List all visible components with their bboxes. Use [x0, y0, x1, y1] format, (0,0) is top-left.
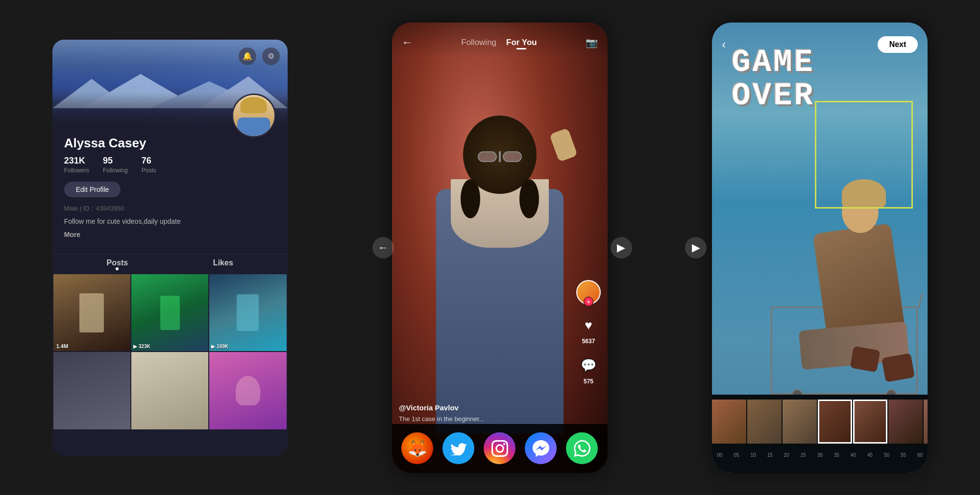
feed-avatar-button[interactable]: +: [576, 280, 601, 305]
ruler-mark-30: 30: [817, 452, 823, 458]
tab-likes[interactable]: Likes: [213, 259, 233, 270]
post-thumb-6[interactable]: [209, 352, 286, 429]
following-stat: 95 Following: [103, 156, 128, 174]
feed-top-nav: ← Following For You 📷: [392, 23, 608, 57]
ruler-mark-40: 40: [851, 452, 856, 458]
ruler-mark-50: 50: [884, 452, 889, 458]
settings-icon[interactable]: ⚙: [262, 47, 280, 65]
posts-value: 76: [142, 156, 151, 166]
comments-count: 575: [584, 378, 593, 385]
feed-caption: The 1st case in the beginner...: [399, 415, 573, 424]
comment-icon: 💬: [577, 354, 600, 377]
posts-section: Posts Likes 1.4M ▶ 323K ▶ 169K: [52, 254, 288, 429]
tab-following[interactable]: Following: [461, 38, 496, 47]
game-over-line2: OVER: [732, 80, 815, 112]
whatsapp-share-button[interactable]: [566, 432, 598, 464]
tab-for-you[interactable]: For You: [506, 38, 537, 47]
ruler-mark-00: 00: [717, 452, 722, 458]
feed-bottom-info: @Victoria Pavlov The 1st case in the beg…: [399, 403, 573, 424]
ruler-mark-10: 10: [750, 452, 756, 458]
editor-timeline: 00 05 10 15 20 25 30 35 40 45 50 55 60: [712, 395, 928, 473]
editor-back-button[interactable]: ‹: [722, 38, 726, 51]
profile-stats: 231K Followers 95 Following 76 Posts: [64, 156, 276, 174]
svg-marker-0: [52, 79, 131, 108]
timeline-thumb-7[interactable]: [924, 400, 928, 444]
ruler-mark-05: 05: [734, 452, 739, 458]
feed-tabs: Following For You: [461, 38, 537, 47]
comment-button[interactable]: 💬 575: [577, 354, 600, 385]
more-button[interactable]: More: [64, 231, 80, 238]
following-value: 95: [103, 156, 113, 166]
timeline-thumb-1[interactable]: [712, 400, 746, 444]
timeline-thumb-6[interactable]: [888, 400, 923, 444]
likes-count: 5637: [582, 338, 595, 345]
editor-selection-box: [815, 101, 913, 209]
notification-icon[interactable]: 🔔: [239, 47, 256, 65]
feed-right-arrow[interactable]: ▶: [611, 237, 632, 259]
followers-stat: 231K Followers: [64, 156, 89, 174]
post-thumb-1[interactable]: 1.4M: [53, 274, 130, 351]
post-count-1: 1.4M: [56, 343, 68, 349]
followers-label: Followers: [64, 167, 89, 174]
messenger-share-button[interactable]: [525, 432, 557, 464]
profile-header-icons: 🔔 ⚙: [239, 47, 280, 65]
ruler-mark-60: 60: [917, 452, 923, 458]
edit-profile-button[interactable]: Edit Profile: [64, 182, 121, 197]
post-thumb-4[interactable]: [53, 352, 130, 429]
post-thumb-3[interactable]: ▶ 169K: [209, 274, 286, 351]
ruler-mark-45: 45: [867, 452, 873, 458]
post-count-2: ▶ 323K: [133, 344, 150, 349]
timeline-thumb-2[interactable]: [747, 400, 782, 444]
posts-grid: 1.4M ▶ 323K ▶ 169K: [52, 274, 288, 429]
profile-panel: 🔔 ⚙ Alyssa Casey 231K Followers 95 Follo…: [52, 40, 288, 456]
post-count-3: ▶ 169K: [211, 344, 228, 349]
ruler-mark-20: 20: [784, 452, 789, 458]
posts-stat: 76 Posts: [142, 156, 156, 174]
timeline-thumb-4[interactable]: [818, 400, 852, 444]
ruler-mark-35: 35: [834, 452, 839, 458]
feed-panel: ← Following For You 📷 + ♥ 5637 💬 575: [392, 23, 608, 473]
ruler-mark-55: 55: [901, 452, 906, 458]
timeline-thumbnails: [712, 400, 928, 448]
tab-posts[interactable]: Posts: [107, 259, 128, 270]
next-button[interactable]: Next: [878, 36, 918, 53]
editor-container: ▶ GAME OVER: [712, 23, 928, 473]
camera-button[interactable]: 📷: [586, 37, 598, 48]
ruler-mark-15: 15: [767, 452, 773, 458]
post-thumb-5[interactable]: [131, 352, 208, 429]
followers-value: 231K: [64, 156, 85, 166]
profile-bio: Follow me for cute videos,daily update: [64, 217, 276, 227]
instagram-share-button[interactable]: [484, 432, 515, 464]
ruler-mark-25: 25: [801, 452, 806, 458]
twitter-share-button[interactable]: [442, 432, 474, 464]
feed-right-actions: + ♥ 5637 💬 575: [576, 280, 601, 385]
profile-name: Alyssa Casey: [64, 136, 276, 151]
profile-info: Alyssa Casey 231K Followers 95 Following…: [52, 128, 288, 255]
posts-label: Posts: [142, 167, 156, 174]
editor-panel: GAME OVER: [712, 23, 928, 473]
share-row: 🦊: [392, 424, 608, 473]
editor-top-nav: ‹ Next: [712, 23, 928, 61]
feed-back-button[interactable]: ←: [402, 36, 413, 49]
feed-container: ←: [392, 23, 608, 473]
like-button[interactable]: ♥ 5637: [577, 314, 600, 345]
posts-tabs: Posts Likes: [52, 259, 288, 270]
heart-icon: ♥: [577, 314, 600, 337]
timeline-ruler: 00 05 10 15 20 25 30 35 40 45 50 55 60: [712, 450, 928, 460]
editor-left-arrow[interactable]: ▶: [685, 237, 707, 259]
post-thumb-2[interactable]: ▶ 323K: [131, 274, 208, 351]
timeline-thumb-3[interactable]: [783, 400, 817, 444]
timeline-thumb-5[interactable]: [853, 400, 887, 444]
firefox-share-button[interactable]: 🦊: [401, 432, 433, 464]
feed-username: @Victoria Pavlov: [399, 403, 573, 412]
feed-left-arrow[interactable]: ←: [372, 237, 394, 259]
follow-plus-badge: +: [584, 297, 593, 306]
profile-meta: Male | ID：43843950: [64, 204, 276, 213]
following-label: Following: [103, 167, 128, 174]
